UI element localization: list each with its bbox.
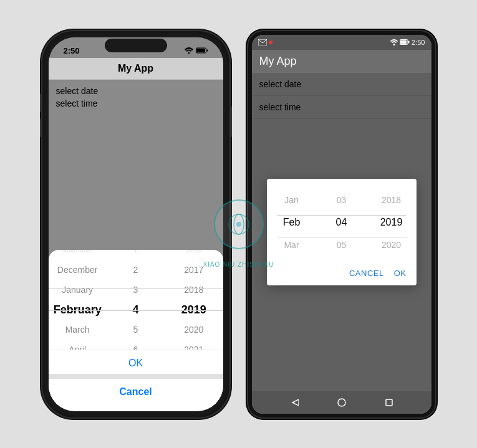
android-battery-icon <box>400 39 410 45</box>
android-app-title: My App <box>259 55 297 67</box>
android-phone: 2:50 My App select date select time Jan … <box>248 31 435 417</box>
android-day-column: 03 04 05 <box>320 189 364 264</box>
svg-point-8 <box>269 41 272 44</box>
ios-day-item: 3 <box>107 280 163 300</box>
svg-rect-15 <box>386 399 392 406</box>
android-day-item: 05 <box>320 234 364 256</box>
android-cancel-button[interactable]: CANCEL <box>349 269 384 278</box>
ios-day-item: 2 <box>107 260 163 280</box>
ios-month-item: December <box>49 260 105 280</box>
android-bottom-nav <box>252 391 431 414</box>
ios-year-column: 2016 2017 2018 2019 2020 2021 <box>166 250 222 350</box>
android-picker-dialog: Jan Feb Mar 03 04 05 2018 <box>267 179 417 285</box>
android-dialog-overlay: Jan Feb Mar 03 04 05 2018 <box>252 73 431 391</box>
ios-year-item: 2017 <box>166 260 222 280</box>
android-year-item: 2018 <box>370 189 413 211</box>
ios-year-item: 2021 <box>166 340 222 350</box>
ios-day-item: 1 <box>107 250 163 260</box>
svg-point-14 <box>338 399 345 406</box>
android-year-selected: 2019 <box>370 211 413 234</box>
android-month-selected: Feb <box>270 211 314 234</box>
svg-rect-12 <box>400 41 407 44</box>
android-month-column: Jan Feb Mar <box>270 189 314 264</box>
ios-status-icons <box>185 47 208 54</box>
wifi-icon <box>185 47 193 54</box>
android-home-button[interactable] <box>336 397 347 408</box>
ios-month-item: April <box>49 340 105 350</box>
ios-year-item: 2016 <box>166 250 222 260</box>
android-year-column: 2018 2019 2020 <box>370 189 413 264</box>
android-back-button[interactable] <box>289 397 300 408</box>
ios-notch <box>105 39 167 52</box>
svg-point-4 <box>229 214 249 234</box>
ios-picker-columns: November December January February March… <box>49 250 223 350</box>
ios-cancel-section: Cancel <box>49 374 223 405</box>
ios-year-item-selected: 2019 <box>166 300 222 320</box>
ios-picker-modal: November December January February March… <box>49 250 223 411</box>
android-content: select date select time Jan Feb Mar <box>252 73 431 391</box>
android-nav-bar: My App <box>252 50 431 73</box>
svg-point-6 <box>236 222 241 227</box>
android-month-item: Jan <box>270 189 314 211</box>
android-day-item: 03 <box>320 189 364 211</box>
battery-icon <box>196 47 208 54</box>
ios-month-column: November December January February March… <box>49 250 105 350</box>
android-picker-columns: Jan Feb Mar 03 04 05 2018 <box>267 189 417 264</box>
mail-icon <box>258 39 267 45</box>
ios-screen: 2:50 My App select date select time <box>49 37 223 411</box>
android-dialog-buttons: CANCEL OK <box>267 264 417 280</box>
watermark-logo <box>226 212 251 237</box>
svg-point-9 <box>393 44 395 45</box>
ios-ok-button[interactable]: OK <box>116 355 155 371</box>
ios-volume-up-button[interactable] <box>40 93 42 112</box>
android-recents-button[interactable] <box>383 397 395 408</box>
android-month-item: Mar <box>270 234 314 256</box>
android-right-status-icons: 2:50 <box>390 39 425 46</box>
android-day-selected: 04 <box>320 211 364 234</box>
svg-rect-11 <box>408 41 410 44</box>
android-year-item: 2020 <box>370 234 413 256</box>
ios-day-item: 6 <box>107 340 163 350</box>
ios-month-item-selected: February <box>49 300 105 320</box>
ios-year-item: 2018 <box>166 280 222 300</box>
ios-select-date[interactable]: select date <box>56 85 216 97</box>
android-status-bar: 2:50 <box>252 35 431 50</box>
ios-picker-ok-row: OK <box>49 350 223 374</box>
android-time: 2:50 <box>412 39 425 46</box>
android-wifi-icon <box>390 39 398 45</box>
svg-marker-13 <box>292 399 299 406</box>
android-ok-button[interactable]: OK <box>394 269 407 278</box>
ios-month-item: January <box>49 280 105 300</box>
ios-picker-body: November December January February March… <box>49 250 223 350</box>
home-icon <box>337 398 346 407</box>
ios-volume-down-button[interactable] <box>40 118 42 137</box>
ios-day-item: 5 <box>107 320 163 340</box>
ios-select-time[interactable]: select time <box>56 97 216 110</box>
notification-dot <box>269 41 272 44</box>
svg-rect-3 <box>196 49 205 52</box>
ios-time: 2:50 <box>64 46 80 55</box>
ios-power-button[interactable] <box>229 106 232 137</box>
recents-icon <box>385 399 393 406</box>
ios-day-item-selected: 4 <box>107 300 163 320</box>
android-screen: 2:50 My App select date select time Jan … <box>252 35 431 414</box>
back-icon <box>290 398 299 407</box>
svg-rect-2 <box>206 50 208 52</box>
ios-year-item: 2020 <box>166 320 222 340</box>
ios-month-item: November <box>49 250 105 260</box>
ios-content: select date select time <box>49 80 223 115</box>
svg-point-0 <box>188 52 190 54</box>
android-left-status-icons <box>258 39 272 45</box>
ios-day-column: 1 2 3 4 5 6 <box>107 250 163 350</box>
svg-point-5 <box>234 214 244 234</box>
ios-month-item: March <box>49 320 105 340</box>
ios-app-title: My App <box>118 63 153 74</box>
ios-cancel-button[interactable]: Cancel <box>56 386 216 398</box>
ios-nav-bar: My App <box>49 58 223 80</box>
ios-phone: 2:50 My App select date select time <box>42 31 229 417</box>
